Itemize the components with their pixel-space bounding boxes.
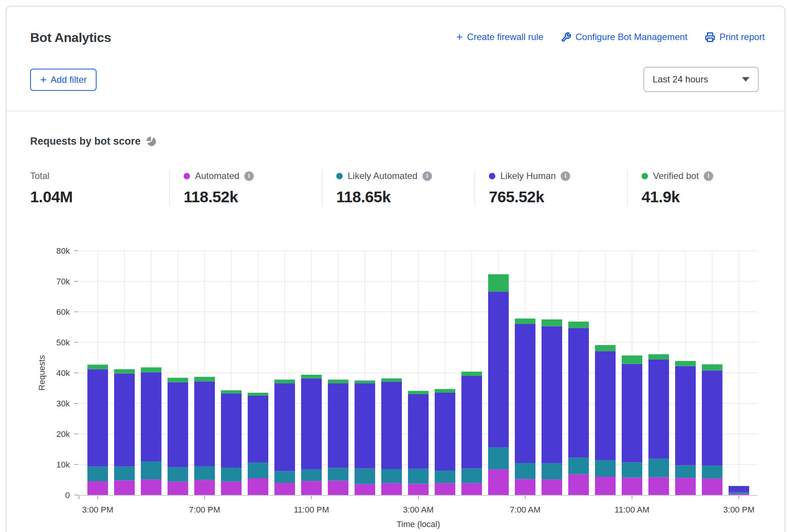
bar-segment[interactable] bbox=[515, 319, 535, 324]
bar-segment[interactable] bbox=[488, 292, 509, 447]
bar-segment[interactable] bbox=[355, 380, 375, 383]
bar-segment[interactable] bbox=[568, 458, 589, 474]
bar-segment[interactable] bbox=[168, 382, 188, 467]
bar-segment[interactable] bbox=[114, 480, 135, 495]
bar-8:00 PM[interactable] bbox=[221, 390, 242, 495]
bar-segment[interactable] bbox=[515, 463, 535, 479]
bar-segment[interactable] bbox=[381, 469, 402, 483]
bar-segment[interactable] bbox=[355, 468, 375, 484]
bar-segment[interactable] bbox=[595, 351, 616, 460]
bar-segment[interactable] bbox=[622, 477, 642, 495]
bar-segment[interactable] bbox=[702, 466, 722, 479]
bar-segment[interactable] bbox=[274, 380, 295, 384]
bar-segment[interactable] bbox=[488, 447, 509, 469]
bar-segment[interactable] bbox=[595, 477, 616, 495]
time-range-select[interactable]: Last 24 hours bbox=[643, 67, 759, 92]
bar-11:00 PM[interactable] bbox=[301, 375, 322, 495]
bar-segment[interactable] bbox=[194, 480, 215, 495]
bar-4:00 PM[interactable] bbox=[114, 369, 135, 495]
bar-segment[interactable] bbox=[729, 486, 749, 492]
bar-segment[interactable] bbox=[408, 394, 429, 469]
bar-segment[interactable] bbox=[328, 380, 348, 384]
bar-segment[interactable] bbox=[622, 355, 642, 364]
bar-segment[interactable] bbox=[274, 383, 295, 471]
bar-segment[interactable] bbox=[435, 483, 455, 495]
bar-segment[interactable] bbox=[461, 483, 482, 495]
bar-segment[interactable] bbox=[515, 479, 535, 495]
bar-segment[interactable] bbox=[515, 324, 535, 463]
bar-segment[interactable] bbox=[461, 372, 482, 376]
bar-segment[interactable] bbox=[301, 378, 322, 469]
create-firewall-rule-link[interactable]: + Create firewall rule bbox=[456, 32, 543, 42]
bar-segment[interactable] bbox=[675, 361, 696, 366]
bar-segment[interactable] bbox=[168, 378, 188, 382]
bar-segment[interactable] bbox=[542, 326, 562, 463]
bar-segment[interactable] bbox=[595, 460, 616, 477]
bar-9:00 AM[interactable] bbox=[568, 322, 589, 495]
bar-9:00 PM[interactable] bbox=[248, 393, 268, 495]
bar-segment[interactable] bbox=[114, 374, 135, 467]
bar-segment[interactable] bbox=[435, 471, 455, 483]
bar-segment[interactable] bbox=[408, 484, 429, 495]
bar-segment[interactable] bbox=[729, 486, 749, 486]
bar-segment[interactable] bbox=[328, 468, 348, 481]
bar-12:00 PM[interactable] bbox=[648, 354, 669, 495]
bar-segment[interactable] bbox=[248, 396, 268, 463]
add-filter-button[interactable]: + Add filter bbox=[30, 69, 97, 91]
bar-11:00 AM[interactable] bbox=[622, 355, 642, 495]
bar-segment[interactable] bbox=[248, 463, 268, 478]
bar-segment[interactable] bbox=[488, 274, 509, 292]
bar-segment[interactable] bbox=[194, 381, 215, 466]
bar-segment[interactable] bbox=[141, 461, 161, 479]
bar-segment[interactable] bbox=[221, 482, 242, 495]
bar-segment[interactable] bbox=[301, 469, 322, 481]
bar-segment[interactable] bbox=[568, 328, 589, 458]
bar-segment[interactable] bbox=[87, 369, 108, 466]
bar-segment[interactable] bbox=[141, 479, 161, 495]
bar-3:00 PM[interactable] bbox=[729, 486, 749, 495]
bar-segment[interactable] bbox=[488, 469, 509, 495]
bar-3:00 PM[interactable] bbox=[87, 364, 108, 495]
bar-segment[interactable] bbox=[702, 371, 722, 466]
bar-2:00 PM[interactable] bbox=[702, 364, 722, 495]
bar-segment[interactable] bbox=[648, 459, 669, 477]
bar-segment[interactable] bbox=[702, 479, 722, 495]
bar-5:00 PM[interactable] bbox=[141, 368, 161, 495]
bar-segment[interactable] bbox=[675, 366, 696, 465]
bar-segment[interactable] bbox=[194, 466, 215, 480]
bar-segment[interactable] bbox=[274, 483, 295, 495]
bar-8:00 AM[interactable] bbox=[542, 319, 562, 495]
bar-segment[interactable] bbox=[114, 467, 135, 480]
info-icon[interactable]: i bbox=[244, 171, 254, 181]
print-report-link[interactable]: Print report bbox=[705, 32, 765, 42]
bar-segment[interactable] bbox=[355, 484, 375, 495]
bar-segment[interactable] bbox=[221, 468, 242, 482]
bar-segment[interactable] bbox=[435, 393, 455, 471]
bar-segment[interactable] bbox=[461, 468, 482, 483]
bar-10:00 PM[interactable] bbox=[274, 380, 295, 495]
bar-segment[interactable] bbox=[248, 393, 268, 396]
bar-segment[interactable] bbox=[622, 364, 642, 463]
bar-segment[interactable] bbox=[381, 382, 402, 469]
bar-segment[interactable] bbox=[595, 345, 616, 351]
bar-segment[interactable] bbox=[194, 377, 215, 381]
bar-segment[interactable] bbox=[301, 375, 322, 379]
bar-segment[interactable] bbox=[141, 372, 161, 461]
bar-segment[interactable] bbox=[675, 465, 696, 478]
bar-segment[interactable] bbox=[729, 494, 749, 495]
bar-7:00 PM[interactable] bbox=[194, 377, 215, 495]
bar-segment[interactable] bbox=[729, 492, 749, 494]
bar-segment[interactable] bbox=[381, 378, 402, 382]
bar-segment[interactable] bbox=[568, 474, 589, 495]
bar-segment[interactable] bbox=[622, 462, 642, 477]
bar-segment[interactable] bbox=[328, 480, 348, 495]
bar-segment[interactable] bbox=[301, 481, 322, 495]
bar-segment[interactable] bbox=[141, 368, 161, 372]
bar-segment[interactable] bbox=[274, 471, 295, 483]
bar-segment[interactable] bbox=[542, 479, 562, 495]
bar-6:00 AM[interactable] bbox=[488, 274, 509, 495]
bar-segment[interactable] bbox=[408, 391, 429, 394]
bar-segment[interactable] bbox=[87, 364, 108, 369]
bar-3:00 AM[interactable] bbox=[408, 391, 429, 495]
bar-segment[interactable] bbox=[408, 469, 429, 484]
